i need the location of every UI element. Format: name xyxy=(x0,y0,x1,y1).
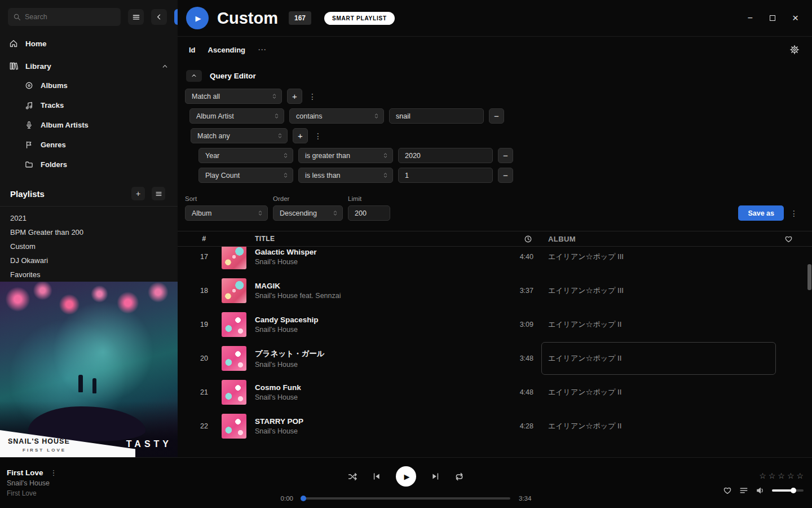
star-icon[interactable]: ☆ xyxy=(759,471,766,480)
track-album[interactable]: エイリアン☆ポップ II xyxy=(533,375,776,409)
sort-direction-button[interactable]: Ascending xyxy=(208,46,245,54)
column-header-index[interactable]: # xyxy=(191,235,217,243)
playlist-item[interactable]: 2021 xyxy=(0,211,178,225)
sidebar-item-folders[interactable]: Folders xyxy=(0,155,178,174)
previous-button[interactable] xyxy=(372,472,381,481)
play-pause-button[interactable]: ▶ xyxy=(396,466,416,487)
seek-slider-thumb[interactable] xyxy=(301,496,306,501)
favorite-button[interactable] xyxy=(723,486,732,495)
volume-slider-thumb[interactable] xyxy=(791,488,796,493)
track-title[interactable]: Cosmo Funk xyxy=(255,383,488,392)
track-artist[interactable]: Snail's House feat. Sennzai xyxy=(255,292,488,300)
star-icon[interactable]: ☆ xyxy=(778,471,785,480)
limit-input[interactable] xyxy=(348,205,390,221)
rule-operator-select[interactable]: contains xyxy=(289,108,384,124)
sidebar-item-album-artists[interactable]: Album Artists xyxy=(0,115,178,135)
track-album[interactable]: エイリアン☆ポップ II xyxy=(533,409,776,443)
rule-field-select[interactable]: Play Count xyxy=(198,168,293,183)
add-rule-button[interactable]: + xyxy=(293,128,308,143)
remove-rule-button[interactable]: − xyxy=(498,168,513,183)
track-title[interactable]: プラネット・ガール xyxy=(255,349,488,359)
rule-value-input[interactable] xyxy=(398,148,493,163)
column-header-title[interactable]: TITLE xyxy=(251,235,488,243)
now-playing-album[interactable]: First Love xyxy=(7,489,176,497)
volume-slider[interactable] xyxy=(772,489,804,492)
play-playlist-button[interactable]: ▶ xyxy=(186,7,209,29)
track-title[interactable]: Galactic Whisper xyxy=(255,248,488,256)
window-minimize-button[interactable]: − xyxy=(748,13,753,23)
sidebar-item-tracks[interactable]: Tracks xyxy=(0,95,178,115)
sidebar-item-genres[interactable]: Genres xyxy=(0,135,178,155)
table-row[interactable]: 21 Cosmo Funk Snail's House 4:48 エイリアン☆ポ… xyxy=(178,375,812,409)
chevron-up-icon[interactable] xyxy=(161,63,169,70)
match-type-select[interactable]: Match all xyxy=(185,89,282,104)
rule-options-button[interactable]: ⋮ xyxy=(307,89,317,104)
column-header-album[interactable]: ALBUM xyxy=(533,231,776,246)
track-artist[interactable]: Snail's House xyxy=(255,258,488,266)
repeat-button[interactable] xyxy=(454,472,464,481)
sidebar-item-home[interactable]: Home xyxy=(0,34,178,53)
sidebar-item-library[interactable]: Library xyxy=(0,56,178,76)
track-album[interactable]: エイリアン☆ポップ II xyxy=(533,308,776,341)
now-playing-artist[interactable]: Snail's House xyxy=(7,479,176,487)
rule-options-button[interactable]: ⋮ xyxy=(313,128,323,143)
now-playing-options-button[interactable]: ⋮ xyxy=(50,468,58,477)
mute-button[interactable] xyxy=(756,486,765,495)
match-type-select[interactable]: Match any xyxy=(191,128,288,143)
rule-field-select[interactable]: Year xyxy=(198,148,293,163)
rule-operator-select[interactable]: is less than xyxy=(298,168,393,183)
settings-gear-icon[interactable] xyxy=(789,45,800,55)
sort-field-button[interactable]: Id xyxy=(189,46,196,54)
column-header-favorite[interactable] xyxy=(776,235,801,243)
star-icon[interactable]: ☆ xyxy=(796,471,804,480)
playlist-item[interactable]: Favorites xyxy=(0,268,178,282)
window-close-button[interactable]: × xyxy=(792,12,798,24)
menu-button[interactable] xyxy=(128,9,144,25)
next-button[interactable] xyxy=(431,472,440,481)
playlist-item[interactable]: DJ Okawari xyxy=(0,253,178,268)
rule-field-select[interactable]: Album Artist xyxy=(189,108,284,124)
collapse-query-editor-button[interactable] xyxy=(186,70,202,82)
remove-rule-button[interactable]: − xyxy=(489,108,504,124)
star-icon[interactable]: ☆ xyxy=(787,471,795,480)
rule-operator-select[interactable]: is greater than xyxy=(298,148,393,163)
remove-rule-button[interactable]: − xyxy=(498,148,513,163)
scrollbar-thumb[interactable] xyxy=(807,264,811,290)
track-artist[interactable]: Snail's House xyxy=(255,393,488,401)
playlist-list-view-button[interactable] xyxy=(152,187,165,200)
search-box[interactable] xyxy=(8,8,121,26)
rule-value-input[interactable] xyxy=(389,108,484,124)
now-playing-title[interactable]: First Love xyxy=(7,468,43,477)
search-input[interactable] xyxy=(25,13,116,21)
rule-value-input[interactable] xyxy=(398,168,493,183)
more-options-button[interactable]: ⋯ xyxy=(258,45,267,55)
order-select[interactable]: Descending xyxy=(273,205,343,221)
table-row[interactable]: 22 STARRY POP Snail's House 4:28 エイリアン☆ポ… xyxy=(178,409,812,443)
save-as-button[interactable]: Save as xyxy=(738,205,784,221)
table-row[interactable]: 20 プラネット・ガール Snail's House 3:48 エイリアン☆ポッ… xyxy=(178,341,812,375)
track-title[interactable]: STARRY POP xyxy=(255,417,488,426)
track-album-focused[interactable]: エイリアン☆ポップ II xyxy=(541,342,776,375)
playlist-item[interactable]: Custom xyxy=(0,239,178,253)
window-maximize-button[interactable] xyxy=(770,15,775,21)
save-options-button[interactable]: ⋮ xyxy=(789,205,799,221)
sidebar-item-albums[interactable]: Albums xyxy=(0,76,178,95)
shuffle-button[interactable] xyxy=(348,472,358,481)
seek-slider[interactable] xyxy=(302,497,510,500)
track-artist[interactable]: Snail's House xyxy=(255,427,488,435)
sort-select[interactable]: Album xyxy=(185,205,268,221)
track-album[interactable]: エイリアン☆ポップ III xyxy=(533,274,776,308)
track-artist[interactable]: Snail's House xyxy=(255,326,488,334)
now-playing-artwork[interactable]: SNAIL'S HOUSE FIRST LOVE TASTY xyxy=(0,282,178,457)
add-playlist-button[interactable]: + xyxy=(131,187,145,200)
table-row[interactable]: 17 Galactic Whisper Snail's House 4:40 エ… xyxy=(178,247,812,274)
star-icon[interactable]: ☆ xyxy=(769,471,776,480)
track-title[interactable]: Candy Spaceship xyxy=(255,316,488,324)
track-title[interactable]: MAGIK xyxy=(255,282,488,290)
playlist-item[interactable]: BPM Greater than 200 xyxy=(0,225,178,239)
table-row[interactable]: 18 MAGIK Snail's House feat. Sennzai 3:3… xyxy=(178,274,812,308)
track-artist[interactable]: Snail's House xyxy=(255,361,488,369)
nav-back-button[interactable] xyxy=(151,9,167,25)
queue-button[interactable] xyxy=(739,486,748,495)
add-rule-button[interactable]: + xyxy=(287,89,302,104)
